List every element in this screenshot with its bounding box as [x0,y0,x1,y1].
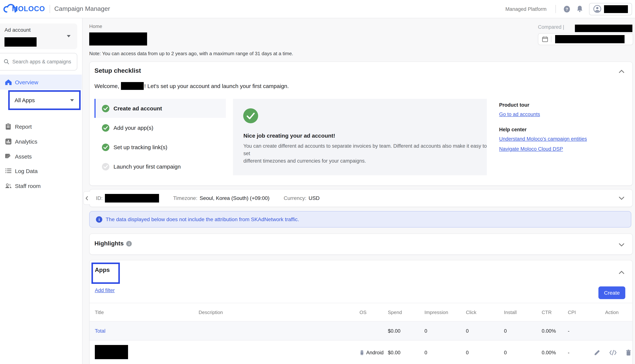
total-spend: $0.00 [383,328,419,334]
checklist-steps: Create ad account Add your app(s) Set up… [94,99,226,176]
avatar-icon [593,5,601,13]
total-click: 0 [461,328,499,334]
checklist-side-links: Product tour Go to ad accounts Help cent… [499,102,587,152]
create-button[interactable]: Create [598,286,625,299]
account-menu[interactable] [589,3,632,15]
sidebar: Ad account Search apps & campaigns Overv… [0,18,83,364]
sidebar-item-report[interactable]: Report [0,119,82,134]
col-description[interactable]: Description [193,309,354,315]
header-divider [50,5,50,13]
redacted-date-range [555,35,624,43]
data-range-note: Note: You can access data from up to 2 y… [89,51,293,56]
total-label: Total [90,328,193,334]
moloco-campaign-manager-window: MOLOCO Campaign Manager Managed Platform… [0,0,635,364]
notifications-bell-icon[interactable] [576,5,583,13]
col-title[interactable]: Title [90,309,193,315]
col-ctr[interactable]: CTR [536,309,563,315]
header-divider-right [555,5,556,13]
tracking-code-icon[interactable] [609,350,617,355]
navigate-moloco-cloud-dsp-link[interactable]: Navigate Moloco Cloud DSP [499,146,563,152]
datebox-divider [551,36,551,42]
redacted-app-title [95,345,128,359]
col-os[interactable]: OS [354,309,383,315]
delete-trash-icon[interactable] [626,349,631,356]
app-spend: $0.00 [383,350,419,355]
help-center-heading: Help center [499,127,587,132]
moloco-cloud-icon [3,4,17,14]
chevron-down-icon [67,35,71,37]
log-data-list-icon [4,168,12,174]
sidebar-item-log-data[interactable]: Log Data [0,163,82,178]
setup-checklist-card: Setup checklist Welcome, ! Let's set up … [89,62,633,186]
info-icon[interactable]: i [126,241,132,246]
highlights-card: Highlights i [89,234,633,255]
app-click: 0 [461,350,499,355]
col-cpi[interactable]: CPI [563,309,600,315]
currency-label: Currency: [284,195,306,201]
total-impression: 0 [419,328,461,334]
app-os: Android [366,350,384,355]
redacted-ad-account-name [5,37,37,46]
step-create-ad-account[interactable]: Create ad account [94,99,226,118]
step-detail-panel: Nice job creating your ad account! You c… [233,99,487,175]
col-spend[interactable]: Spend [383,309,419,315]
search-input[interactable]: Search apps & campaigns [0,53,77,70]
highlights-title: Highlights [94,240,124,247]
collapse-chevron-up-icon[interactable] [619,68,624,74]
edit-pencil-icon[interactable] [594,349,600,356]
main-content: Home Note: You can access data from up t… [82,18,635,364]
apps-table: Title Description OS Spend Impression Cl… [90,303,632,364]
expand-chevron-down-icon[interactable] [619,195,624,202]
svg-text:?: ? [565,6,568,12]
check-circle-done-icon [102,104,110,112]
sidebar-item-staff-room[interactable]: Staff room [0,178,82,193]
col-impression[interactable]: Impression [419,309,461,315]
ad-account-selector[interactable]: Ad account [0,24,77,49]
step-set-up-tracking-links[interactable]: Set up tracking link(s) [94,138,226,157]
add-filter-link[interactable]: Add filter [95,288,115,293]
success-body: You can create different ad accounts to … [243,142,487,165]
account-info-bar: ID: Timezone: Seoul, Korea (South) (+09:… [89,189,633,207]
table-app-row[interactable]: Android $0.00 0 0 0 0.00% - [90,340,632,364]
collapse-chevron-left-icon[interactable] [83,191,90,205]
check-circle-done-icon [102,124,110,132]
col-install[interactable]: Install [499,309,536,315]
go-to-ad-accounts-link[interactable]: Go to ad accounts [499,112,540,117]
apps-title: Apps [95,267,110,273]
step-launch-first-campaign[interactable]: Launch your first campaign [94,157,226,176]
sidebar-item-overview[interactable]: Overview [0,74,82,90]
understand-campaign-entities-link[interactable]: Understand Moloco's campaign entities [499,136,587,142]
banner-text: The data displayed below does not includ… [106,216,299,222]
timezone-value: Seoul, Korea (South) (+09:00) [200,195,269,201]
redacted-compared-range [575,24,632,32]
redacted-user-name [604,5,628,13]
calendar-icon [542,36,548,42]
table-header-row: Title Description OS Spend Impression Cl… [90,303,632,321]
redacted-welcome-name [121,82,144,90]
apps-card: Apps Add filter Create Title Description… [89,260,633,364]
setup-checklist-title: Setup checklist [94,67,141,74]
staff-people-icon [4,183,12,188]
sidebar-item-assets[interactable]: Assets [0,149,82,164]
product-tour-heading: Product tour [499,102,587,108]
step-add-your-apps[interactable]: Add your app(s) [94,118,226,137]
all-apps-dropdown[interactable]: All Apps [8,90,81,110]
search-placeholder: Search apps & campaigns [12,59,71,64]
redacted-page-title [89,32,147,46]
app-ctr: 0.00% [536,350,563,355]
success-title: Nice job creating your ad account! [243,132,335,139]
help-icon[interactable]: ? [563,6,570,12]
redacted-account-id [105,194,159,202]
check-circle-done-icon [102,143,110,151]
col-click[interactable]: Click [461,309,499,315]
ad-account-label: Ad account [5,27,31,33]
timezone-label: Timezone: [173,195,197,201]
sidebar-item-analytics[interactable]: Analytics [0,134,82,149]
analytics-bar-chart-icon [4,138,12,144]
expand-chevron-down-icon[interactable] [619,241,624,248]
top-bar: MOLOCO Campaign Manager Managed Platform… [0,0,635,18]
collapse-chevron-up-icon[interactable] [619,269,624,276]
total-install: 0 [499,328,536,334]
moloco-logo[interactable]: MOLOCO [3,4,45,14]
date-range-picker[interactable] [538,33,633,45]
